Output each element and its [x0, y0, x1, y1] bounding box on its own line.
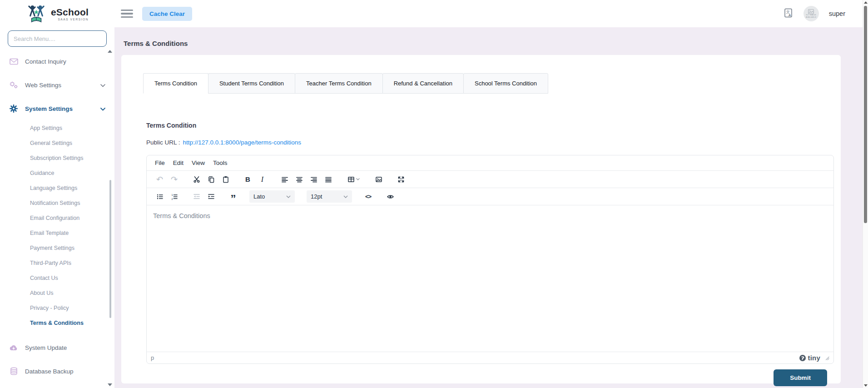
chevron-down-icon [100, 105, 105, 112]
align-right-icon[interactable] [308, 173, 320, 185]
submenu-item-terms-conditions[interactable]: Terms & Conditions [0, 315, 114, 330]
indent-icon[interactable] [205, 190, 217, 203]
submenu-item-subscription-settings[interactable]: Subscription Settings [0, 150, 114, 165]
sidebar-item-web-settings[interactable]: Web Settings [0, 76, 114, 94]
tiny-brand-label: tiny [808, 354, 820, 362]
username[interactable]: super [829, 10, 845, 17]
align-center-icon[interactable] [293, 173, 305, 185]
copy-icon[interactable] [205, 173, 217, 185]
sidebar-scroll-up-icon[interactable] [108, 50, 112, 53]
numbered-list-icon[interactable]: 12 [168, 190, 180, 203]
editor-menubar: File Edit View Tools [147, 155, 833, 171]
sidebar-item-system-update[interactable]: System Update [0, 338, 114, 357]
submenu-item-email-configuration[interactable]: Email Configuration [0, 210, 114, 225]
sidebar-item-database-backup[interactable]: Database Backup [0, 362, 114, 380]
svg-text:A: A [789, 13, 791, 17]
blockquote-icon[interactable]: ” [227, 190, 239, 203]
menu-tools[interactable]: Tools [209, 158, 232, 168]
submenu-item-email-template[interactable]: Email Template [0, 225, 114, 240]
sidebar-item-contact-inquiry[interactable]: Contact Inquiry [0, 52, 114, 70]
font-family-select[interactable]: Lato [249, 190, 295, 203]
editor-toolbar-row2: 12 ” [147, 188, 833, 205]
sidebar-search [8, 30, 107, 47]
system-settings-submenu: App Settings General Settings Subscripti… [0, 120, 114, 330]
submit-row: Submit [146, 364, 834, 386]
sidebar-scrollbar-thumb[interactable] [109, 180, 111, 318]
tab-teacher-terms-condition[interactable]: Teacher Terms Condition [295, 73, 383, 94]
submenu-item-third-party-apis[interactable]: Third-Party APIs [0, 255, 114, 270]
cache-clear-button[interactable]: Cache Clear [142, 7, 192, 21]
avatar-placeholder-text: NO IMAGE AVAILABLE [804, 14, 819, 19]
scrollbar-thumb[interactable] [864, 6, 867, 223]
redo-icon[interactable]: ↷ [168, 173, 180, 185]
svg-text:2: 2 [171, 198, 173, 200]
preview-eye-icon[interactable] [384, 190, 397, 203]
sidebar-item-system-settings[interactable]: System Settings [0, 99, 114, 118]
gear-icon [9, 104, 18, 113]
tab-terms-condition[interactable]: Terms Condition [143, 73, 208, 94]
menu-edit[interactable]: Edit [169, 158, 188, 168]
tab-student-terms-condition[interactable]: Student Terms Condition [208, 73, 295, 94]
menu-view[interactable]: View [188, 158, 209, 168]
submenu-item-privacy-policy[interactable]: Privacy - Policy [0, 300, 114, 315]
sidebar-item-label: System Update [25, 344, 67, 351]
tab-pane: Terms Condition Public URL :http://127.0… [121, 122, 841, 386]
insert-image-icon[interactable] [372, 173, 385, 185]
element-path[interactable]: p [151, 354, 154, 361]
search-menu-input[interactable] [14, 35, 101, 42]
tab-school-terms-condition[interactable]: School Terms Condition [463, 73, 548, 94]
translate-icon[interactable]: 文 A [783, 8, 794, 20]
sidebar-item-label: Database Backup [25, 368, 74, 375]
gears-icon [9, 81, 18, 89]
submenu-item-contact-us[interactable]: Contact Us [0, 270, 114, 285]
italic-icon[interactable]: I [256, 173, 268, 185]
eschool-logo-icon [26, 5, 47, 24]
avatar[interactable]: NO IMAGE AVAILABLE [804, 6, 819, 21]
hamburger-menu-icon[interactable] [121, 10, 133, 18]
scroll-down-icon[interactable] [864, 384, 868, 387]
database-icon [9, 367, 18, 375]
sidebar-bottom-nav: System Update Database Bac [0, 338, 114, 380]
submenu-item-app-settings[interactable]: App Settings [0, 120, 114, 135]
undo-icon[interactable]: ↶ [154, 173, 166, 185]
submenu-item-language-settings[interactable]: Language Settings [0, 180, 114, 195]
fullscreen-icon[interactable] [395, 173, 407, 185]
align-justify-icon[interactable] [322, 173, 334, 185]
editor-content-area[interactable]: Terms & Conditions [147, 205, 833, 352]
topbar: Cache Clear 文 A NO IMAGE AVAILABLE super [114, 0, 863, 27]
resize-handle-icon[interactable] [825, 354, 829, 362]
section-heading: Terms Condition [146, 122, 834, 129]
main-content: Terms & Conditions Terms Condition Stude… [114, 27, 863, 388]
brand-name: eSchool [51, 7, 89, 17]
table-icon[interactable] [344, 173, 362, 185]
brand-text: eSchool SAAS VERSION [51, 7, 89, 21]
bold-icon[interactable]: B [242, 173, 254, 185]
outdent-icon[interactable] [190, 190, 203, 203]
tab-refund-cancellation[interactable]: Refund & Cancellation [382, 73, 464, 94]
bullet-list-icon[interactable] [154, 190, 166, 203]
submenu-item-about-us[interactable]: About Us [0, 285, 114, 300]
page-scrollbar[interactable] [863, 0, 868, 388]
submenu-item-payment-settings[interactable]: Payment Settings [0, 240, 114, 255]
scroll-up-icon[interactable] [864, 1, 868, 4]
font-size-select[interactable]: 12pt [307, 190, 352, 203]
paste-icon[interactable] [219, 173, 232, 185]
source-code-icon[interactable]: <> [362, 190, 374, 203]
sidebar-item-label: System Settings [25, 105, 73, 112]
public-url-row: Public URL :http://127.0.0.1:8000/page/t… [146, 139, 834, 146]
submit-button[interactable]: Submit [774, 369, 827, 386]
font-size-value: 12pt [311, 193, 322, 200]
menu-file[interactable]: File [151, 158, 169, 168]
sidebar-scroll-down-icon[interactable] [108, 383, 112, 386]
align-left-icon[interactable] [278, 173, 291, 185]
cut-icon[interactable] [190, 173, 203, 185]
sidebar: eSchool SAAS VERSION Contact Inquiry [0, 0, 114, 388]
brand-logo-row[interactable]: eSchool SAAS VERSION [0, 0, 114, 24]
submenu-item-guidance[interactable]: Guidance [0, 165, 114, 180]
submenu-item-notification-settings[interactable]: Notification Settings [0, 195, 114, 210]
public-url-link[interactable]: http://127.0.0.1:8000/page/terms-conditi… [183, 139, 301, 146]
editor-statusbar: p tiny [147, 352, 833, 363]
tiny-logo[interactable]: tiny [799, 354, 820, 362]
font-family-value: Lato [253, 193, 265, 200]
submenu-item-general-settings[interactable]: General Settings [0, 135, 114, 150]
